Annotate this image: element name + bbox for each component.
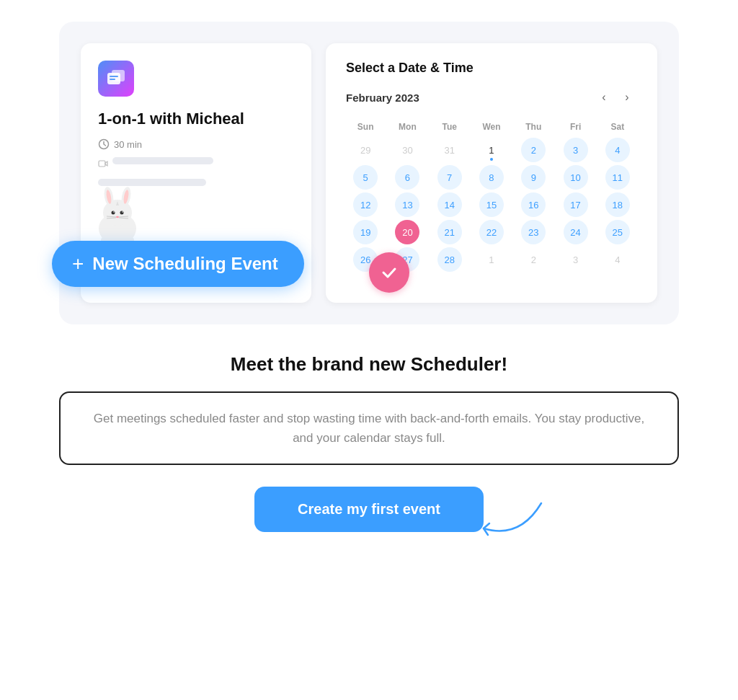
calendar-nav-group: ‹ ›: [594, 87, 637, 107]
svg-rect-3: [110, 79, 115, 80]
calendar-next-button[interactable]: ›: [617, 87, 637, 107]
cal-header-fri: Fri: [556, 119, 595, 138]
svg-point-13: [120, 211, 124, 215]
svg-rect-2: [110, 76, 118, 77]
cal-header-thu: Thu: [514, 119, 553, 138]
calendar-day[interactable]: 2: [521, 138, 546, 162]
cta-area: Create my first event: [254, 487, 484, 532]
calendar-day[interactable]: 9: [521, 165, 546, 190]
calendar-day: 30: [395, 138, 419, 162]
calendar-day[interactable]: 24: [564, 220, 588, 244]
calendar-day[interactable]: 19: [353, 220, 378, 244]
calendar-day[interactable]: 14: [437, 192, 462, 217]
calendar-day[interactable]: 15: [479, 192, 504, 217]
calendar-month-label: February 2023: [346, 92, 419, 104]
svg-point-16: [116, 216, 119, 218]
event-title: 1-on-1 with Micheal: [98, 110, 294, 128]
calendar-day: 31: [437, 138, 462, 162]
skeleton-line-1: [112, 157, 213, 164]
bottom-section: Meet the brand new Scheduler! Get meetin…: [59, 353, 679, 532]
calendar-day[interactable]: 6: [395, 165, 419, 190]
calendar-day: 29: [353, 138, 378, 162]
calendar-grid: Sun Mon Tue Wen Thu Fri Sat: [346, 119, 637, 138]
cal-header-sun: Sun: [346, 119, 385, 138]
description-text: Get meetings scheduled faster and stop w…: [89, 409, 649, 448]
hero-card: 1-on-1 with Micheal 30 min: [59, 22, 679, 324]
cal-header-mon: Mon: [388, 119, 427, 138]
headline: Meet the brand new Scheduler!: [59, 353, 679, 376]
calendar-day: 2: [521, 247, 546, 272]
calendar-day[interactable]: 10: [564, 165, 588, 190]
calendar-day[interactable]: 12: [353, 192, 378, 217]
calendar-day[interactable]: 25: [605, 220, 630, 244]
clock-icon: [98, 138, 110, 150]
calendar-day[interactable]: 28: [437, 247, 462, 272]
calendar-day: 1: [479, 247, 504, 272]
cal-header-sat: Sat: [598, 119, 637, 138]
plus-icon: +: [72, 252, 84, 275]
event-duration: 30 min: [98, 138, 294, 150]
calendar-day: 4: [605, 247, 630, 272]
calendar-day[interactable]: 8: [479, 165, 504, 190]
calendar-day[interactable]: 23: [521, 220, 546, 244]
svg-point-15: [122, 211, 123, 213]
video-icon: [98, 159, 108, 169]
new-event-label: New Scheduling Event: [92, 254, 277, 274]
calendar-day[interactable]: 3: [564, 138, 588, 162]
create-event-button[interactable]: Create my first event: [254, 487, 484, 532]
cal-header-tue: Tue: [430, 119, 469, 138]
calendar-prev-button[interactable]: ‹: [594, 87, 614, 107]
calendar-day[interactable]: 11: [605, 165, 630, 190]
svg-point-14: [113, 211, 115, 213]
svg-rect-5: [99, 161, 105, 167]
event-meta-row2: [98, 157, 294, 170]
new-scheduling-event-button[interactable]: + New Scheduling Event: [52, 241, 304, 287]
description-box: Get meetings scheduled faster and stop w…: [59, 391, 679, 465]
calendar-day: 3: [564, 247, 588, 272]
calendar-day[interactable]: 17: [564, 192, 588, 217]
bunny-mascot: [85, 184, 150, 249]
check-icon: [379, 262, 399, 283]
check-circle: [369, 252, 409, 293]
arrow-decoration: [476, 496, 548, 539]
calendar-day[interactable]: 13: [395, 192, 419, 217]
calendar-day[interactable]: 7: [437, 165, 462, 190]
calendar-day[interactable]: 21: [437, 220, 462, 244]
app-logo: [98, 61, 134, 97]
calendar-section-title: Select a Date & Time: [346, 61, 637, 76]
calendar-day[interactable]: 16: [521, 192, 546, 217]
calendar-day[interactable]: 20: [395, 220, 419, 244]
calendar-day[interactable]: 18: [605, 192, 630, 217]
calendar-day[interactable]: 4: [605, 138, 630, 162]
svg-point-12: [112, 211, 115, 215]
calendar-month-nav: February 2023 ‹ ›: [346, 87, 637, 107]
cal-header-wen: Wen: [472, 119, 511, 138]
calendar-day[interactable]: 1: [479, 138, 504, 162]
calendar-day[interactable]: 5: [353, 165, 378, 190]
calendar-day[interactable]: 22: [479, 220, 504, 244]
